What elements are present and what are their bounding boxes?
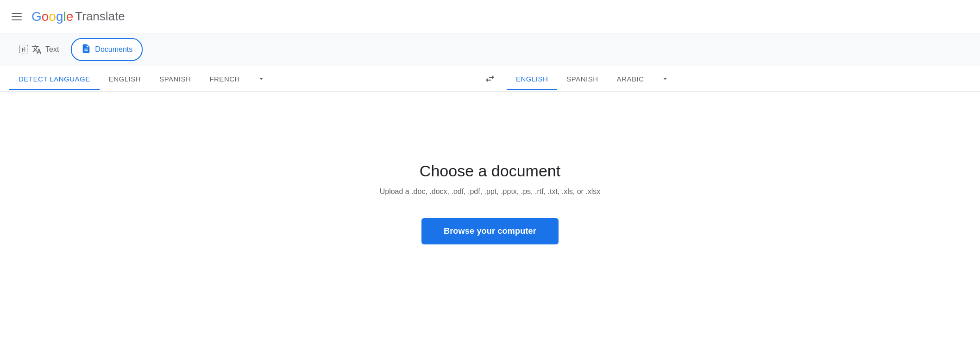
page-title: Choose a document — [420, 162, 560, 180]
lang-spanish-source[interactable]: SPANISH — [150, 69, 200, 89]
swap-languages-button[interactable] — [479, 68, 501, 90]
lang-english-target[interactable]: ENGLISH — [507, 69, 557, 89]
menu-icon[interactable] — [7, 7, 26, 26]
lang-spanish-target[interactable]: SPANISH — [557, 69, 607, 89]
documents-icon — [81, 44, 91, 56]
tab-documents[interactable]: Documents — [71, 38, 143, 61]
logo-translate-text: Translate — [75, 9, 125, 24]
upload-hint: Upload a .doc, .docx, .odf, .pdf, .ppt, … — [380, 187, 601, 196]
language-bar: DETECT LANGUAGE ENGLISH SPANISH FRENCH E… — [0, 66, 980, 92]
source-language-section: DETECT LANGUAGE ENGLISH SPANISH FRENCH — [9, 68, 473, 90]
header: Google Translate — [0, 0, 980, 33]
main-content: Choose a document Upload a .doc, .docx, … — [0, 92, 980, 314]
target-more-languages-button[interactable] — [653, 68, 677, 90]
mode-tabs: 🇦 Text Documents — [0, 33, 980, 66]
lang-english-source[interactable]: ENGLISH — [100, 69, 150, 89]
tab-text[interactable]: 🇦 Text — [9, 39, 69, 60]
browse-computer-button[interactable]: Browse your computer — [421, 218, 559, 244]
logo-google-text: Google — [31, 9, 73, 24]
lang-french-source[interactable]: FRENCH — [200, 69, 249, 89]
text-icon — [31, 44, 42, 55]
source-more-languages-button[interactable] — [249, 68, 273, 90]
text-translate-icon: 🇦 — [19, 45, 28, 55]
target-language-section: ENGLISH SPANISH ARABIC — [507, 68, 971, 90]
lang-arabic-target[interactable]: ARABIC — [608, 69, 653, 89]
app-logo: Google Translate — [31, 9, 125, 24]
lang-detect[interactable]: DETECT LANGUAGE — [9, 69, 100, 89]
tab-documents-label: Documents — [95, 45, 132, 54]
tab-text-label: Text — [45, 45, 59, 54]
